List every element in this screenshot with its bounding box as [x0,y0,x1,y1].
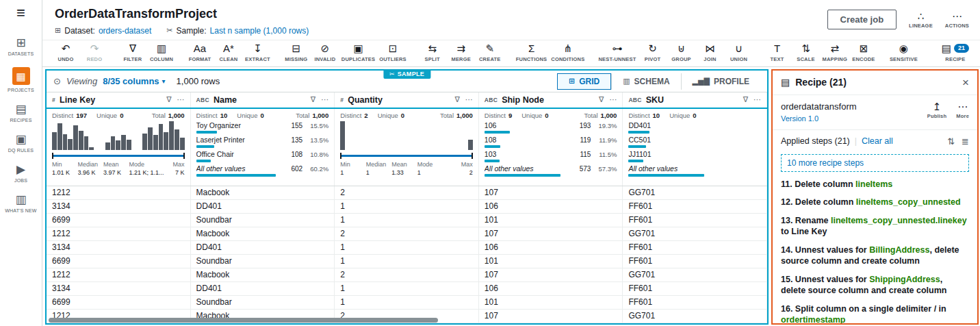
column-header-quantity[interactable]: #Quantity∇⋯ [335,92,479,108]
value-entry[interactable]: All other values60260.2% [196,164,329,177]
table-cell[interactable]: 6699 [47,255,191,268]
close-icon[interactable]: × [962,77,969,88]
recipe-step[interactable]: 13. Rename lineItems_copy_unnested.linek… [781,215,969,238]
recipe-step[interactable]: 15. Unnest values for ShippingAddress, d… [781,274,969,297]
menu-icon[interactable]: ≡ [16,5,25,21]
sample-link[interactable]: Last n sample (1,000 rows) [210,26,309,36]
toolbar-create-button[interactable]: ✎CREATE [476,43,504,62]
table-cell[interactable]: GG701 [623,186,767,199]
table-cell[interactable]: 101 [479,214,623,227]
table-cell[interactable]: 106 [479,282,623,295]
table-cell[interactable]: 1 [335,200,479,213]
table-cell[interactable]: 3134 [47,200,191,213]
value-entry[interactable]: All other values [628,164,761,177]
value-entry[interactable]: All other values57357.3% [485,164,617,177]
table-cell[interactable]: 107 [479,186,623,199]
table-cell[interactable]: DD401 [191,282,335,295]
column-more-icon[interactable]: ⋯ [465,95,473,104]
table-cell[interactable]: 2 [335,186,479,199]
tab-schema[interactable]: ▥ SCHEMA [611,73,680,90]
table-cell[interactable]: 1 [335,296,479,309]
recipe-version-link[interactable]: Version 1.0 [781,114,857,123]
value-entry[interactable]: JJ1101 [628,150,761,162]
table-cell[interactable]: Macbook [191,227,335,240]
column-more-icon[interactable]: ⋯ [321,95,328,104]
toolbar-pivot-button[interactable]: ↻PIVOT [639,43,667,62]
table-cell[interactable]: 2 [335,268,479,281]
toolbar-invalid-button[interactable]: ⊘INVALID [311,43,339,62]
table-row[interactable]: 3134DD4011106FF601 [47,241,767,255]
table-cell[interactable]: 106 [479,241,623,254]
column-more-icon[interactable]: ⋯ [753,95,761,104]
columns-selector[interactable]: 8/35 columns ▾ [103,76,165,86]
column-more-icon[interactable]: ⋯ [177,95,185,104]
table-cell[interactable]: Soundbar [191,296,335,309]
toolbar-undo-button[interactable]: ↶UNDO [52,43,79,62]
toolbar-scale-button[interactable]: ⇅SCALE [792,43,820,62]
recipe-more-button[interactable]: ⋯ More [956,101,969,119]
table-row[interactable]: 3134DD4011106FF601 [47,200,767,214]
toolbar-conditions-button[interactable]: ⋔CONDITIONS [550,43,586,62]
table-cell[interactable]: GG701 [623,310,767,323]
more-steps-box[interactable]: 10 more recipe steps [781,154,969,172]
table-cell[interactable]: 1212 [47,268,191,281]
table-cell[interactable]: 6699 [47,296,191,309]
table-cell[interactable]: FF601 [623,200,767,213]
value-entry[interactable]: Laserjet Printer13513.5% [196,136,329,148]
filter-icon[interactable]: ∇ [599,95,604,104]
toolbar-split-button[interactable]: ⇆SPLIT [419,43,446,62]
toolbar-sensitive-button[interactable]: ◉SENSITIVE [888,43,919,62]
table-row[interactable]: 3134DD4011106FF601 [47,282,767,296]
toolbar-missing-button[interactable]: ⊟MISSING [283,43,310,62]
toolbar-functions-button[interactable]: ΣFUNCTIONS [515,43,549,62]
range-slider[interactable] [52,153,185,159]
table-row[interactable]: 1212Macbook2107GG701 [47,186,767,200]
toolbar-group-button[interactable]: ⊎GROUP [668,43,695,62]
table-cell[interactable]: 3134 [47,241,191,254]
slider-handle-right[interactable] [472,153,473,159]
table-cell[interactable]: 1 [335,282,479,295]
toolbar-format-button[interactable]: AaFORMAT [186,43,214,62]
toolbar-filter-button[interactable]: ∇FILTER [119,43,146,62]
table-cell[interactable]: 2 [335,227,479,240]
list-view-icon[interactable]: ≣ [962,136,969,147]
table-cell[interactable]: 101 [479,255,623,268]
recipe-step[interactable]: 11. Delete column lineItems [781,179,969,190]
table-row[interactable]: 6699Soundbar1101FF601 [47,255,767,268]
create-job-button[interactable]: Create job [827,10,897,29]
table-row[interactable]: 1212Macbook2107GG701 [47,227,767,241]
recipe-step[interactable]: 16. Split column on a single delimiter /… [781,303,969,323]
table-cell[interactable]: 1 [335,255,479,268]
column-header-sku[interactable]: ABCSKU∇⋯ [623,92,767,108]
toolbar-join-button[interactable]: ⋈JOIN [697,43,724,62]
filter-icon[interactable]: ∇ [311,95,315,104]
table-cell[interactable]: FF601 [623,241,767,254]
table-cell[interactable]: DD401 [191,200,335,213]
tab-profile[interactable]: ▂▅▇ PROFILE [681,73,760,90]
slider-handle-right[interactable] [183,153,185,159]
column-header-ship-node[interactable]: ABCShip Node∇⋯ [479,92,623,108]
slider-handle-left[interactable] [340,153,341,159]
collapse-steps-icon[interactable]: ⇅ [947,136,955,147]
table-cell[interactable]: GG701 [623,227,767,240]
value-entry[interactable]: Office Chair10810.8% [196,150,329,162]
recipe-toggle-button[interactable]: ▤ 21 RECIPE [942,43,973,62]
sidebar-item-recipes[interactable]: ▤RECIPES [5,98,36,128]
table-row[interactable]: 1212Macbook2107GG701 [47,268,767,282]
table-cell[interactable]: 106 [479,200,623,213]
table-cell[interactable]: Soundbar [191,255,335,268]
lineage-button[interactable]: ∴ LINEAGE [909,11,933,29]
table-cell[interactable]: FF601 [623,214,767,227]
sidebar-item-projects[interactable]: ▦PROJECTS [5,62,36,98]
table-cell[interactable]: GG701 [623,268,767,281]
table-cell[interactable]: 101 [479,296,623,309]
sidebar-item-jobs[interactable]: ▶JOBS [5,158,36,188]
column-header-name[interactable]: ABCName∇⋯ [191,92,335,108]
table-cell[interactable]: 1212 [47,186,191,199]
table-cell[interactable]: 107 [479,227,623,240]
toolbar-encode-button[interactable]: ⊠ENCODE [850,43,877,62]
toolbar-text-button[interactable]: TTEXT [764,43,791,62]
sidebar-item-whats-new[interactable]: ▥WHAT'S NEW [5,188,36,218]
toolbar-union-button[interactable]: ∪UNION [725,43,753,62]
table-cell[interactable]: 6699 [47,214,191,227]
